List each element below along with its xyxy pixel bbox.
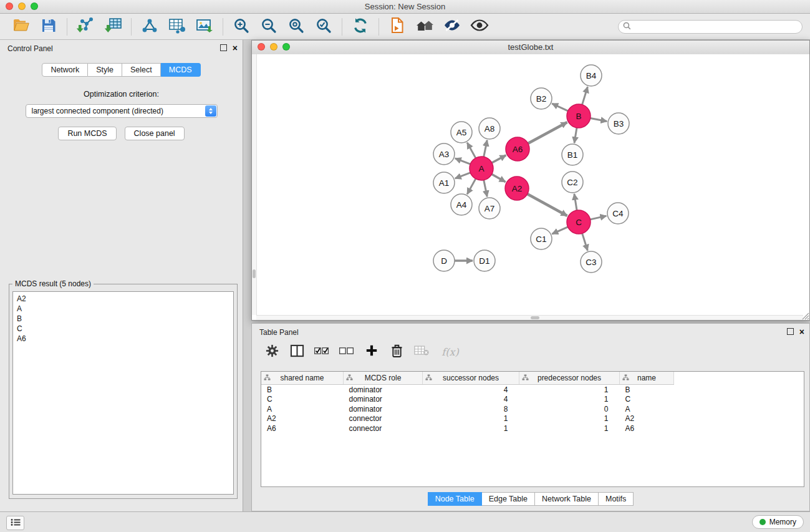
network-canvas[interactable]: B4B2BB3A5A8A6A3B1AA1C2A2A4A7C4CC1DD1C3 [252,54,809,320]
delete-table-button[interactable] [412,342,432,361]
table-cell[interactable]: 4 [423,395,519,405]
export-image-button[interactable] [191,16,218,37]
network-node-A4[interactable]: A4 [451,194,472,215]
table-cell[interactable]: 1 [423,414,519,424]
network-edge-B-B3[interactable] [591,118,607,122]
network-node-B2[interactable]: B2 [531,88,552,109]
import-table-button[interactable] [99,16,127,37]
show-panels-button[interactable] [6,516,24,530]
memory-button[interactable]: Memory [752,515,804,529]
zoom-fit-button[interactable] [282,16,310,37]
network-node-D1[interactable]: D1 [474,250,495,271]
deselect-all-button[interactable] [337,342,357,361]
table-cell[interactable]: 1 [519,395,620,405]
table-cell[interactable]: 1 [423,423,519,433]
network-node-B[interactable]: B [567,104,591,128]
network-edge-B-B2[interactable] [552,104,568,111]
column-header-successor-nodes[interactable]: successor nodes [423,372,519,385]
minimize-window-button[interactable] [18,2,26,10]
table-row[interactable]: A2connector11A2 [261,414,674,424]
table-cell[interactable]: dominator [344,404,423,414]
network-edge-A-A4[interactable] [467,179,476,195]
column-header-mcds-role[interactable]: MCDS role [344,372,423,385]
table-row[interactable]: Bdominator41B [261,385,674,395]
network-node-B4[interactable]: B4 [581,65,602,86]
network-edge-A-A1[interactable] [455,173,471,178]
table-cell[interactable]: 1 [519,385,620,395]
column-header-shared-name[interactable]: shared name [261,372,344,385]
tab-mcds[interactable]: MCDS [161,63,201,77]
criterion-dropdown[interactable]: largest connected component (directed) [26,104,218,118]
table-cell[interactable]: A [620,404,674,414]
network-node-C4[interactable]: C4 [607,203,629,224]
network-edge-A-A5[interactable] [467,143,476,158]
table-row[interactable]: Cdominator41C [261,395,674,405]
new-table-button[interactable] [163,16,191,37]
network-edge-C-C1[interactable] [552,227,567,234]
network-vertical-scrollbar[interactable] [252,54,257,315]
table-cell[interactable]: A [261,404,344,414]
close-panel-icon[interactable]: × [233,45,238,51]
network-node-C2[interactable]: C2 [562,172,583,193]
toolbar-search[interactable] [618,20,803,34]
network-edge-A-A6[interactable] [492,155,506,163]
tab-network-table[interactable]: Network Table [535,492,599,506]
network-edge-C-C2[interactable] [574,194,577,210]
tab-network[interactable]: Network [42,63,88,77]
table-cell[interactable]: B [620,385,674,395]
table-cell[interactable]: dominator [344,395,423,405]
network-node-A1[interactable]: A1 [433,172,455,193]
network-edge-A2-C[interactable] [528,194,567,216]
table-cell[interactable]: A6 [261,423,344,433]
zoom-out-button[interactable] [255,16,282,37]
table-row[interactable]: A6connector11A6 [261,423,674,433]
float-table-panel-icon[interactable] [787,328,794,335]
table-cell[interactable]: 8 [423,404,519,414]
zoom-in-button[interactable] [228,16,255,37]
network-edge-A-A8[interactable] [484,140,487,157]
network-node-A8[interactable]: A8 [479,118,500,139]
maximize-window-button[interactable] [31,2,38,10]
network-node-B1[interactable]: B1 [562,144,583,165]
close-table-panel-icon[interactable]: × [799,329,804,335]
column-header-predecessor-nodes[interactable]: predecessor nodes [519,372,620,385]
table-row[interactable]: Adominator80A [261,404,674,414]
tab-motifs[interactable]: Motifs [599,492,634,506]
network-node-A3[interactable]: A3 [433,143,455,165]
zoom-selected-button[interactable] [310,16,337,37]
table-cell[interactable]: 0 [519,404,620,414]
table-cell[interactable]: 1 [519,423,620,433]
delete-row-button[interactable] [387,342,407,361]
import-network-button[interactable] [72,16,99,37]
network-close-button[interactable] [258,43,265,51]
table-cell[interactable]: dominator [344,385,423,395]
table-cell[interactable]: connector [344,414,423,424]
table-cell[interactable]: 4 [423,385,519,395]
network-edge-B-B1[interactable] [574,128,577,143]
apply-function-button[interactable]: f(x) [436,342,464,361]
search-input[interactable] [634,22,798,32]
float-panel-icon[interactable] [220,44,227,51]
network-edge-C-C3[interactable] [582,233,588,251]
column-header-name[interactable]: name [620,372,674,385]
network-maximize-button[interactable] [282,43,290,51]
network-node-A7[interactable]: A7 [479,198,500,219]
add-row-button[interactable] [362,342,382,361]
resize-grip-icon[interactable] [802,312,809,320]
table-cell[interactable]: 1 [519,414,620,424]
network-node-A[interactable]: A [470,157,493,180]
table-settings-button[interactable] [262,342,282,361]
network-edge-A-A3[interactable] [455,158,471,164]
network-edge-A-A7[interactable] [484,180,487,197]
network-edge-A6-B[interactable] [528,122,567,143]
table-cell[interactable]: A2 [261,414,344,424]
session-file-button[interactable] [383,16,411,37]
table-cell[interactable]: A6 [620,423,674,433]
tab-style[interactable]: Style [88,63,122,77]
save-session-button[interactable] [35,16,62,37]
network-edge-C-C4[interactable] [591,216,607,220]
network-node-D[interactable]: D [433,250,455,271]
network-node-A5[interactable]: A5 [451,122,472,143]
network-node-A2[interactable]: A2 [505,177,529,200]
network-edge-B-B4[interactable] [582,87,588,105]
